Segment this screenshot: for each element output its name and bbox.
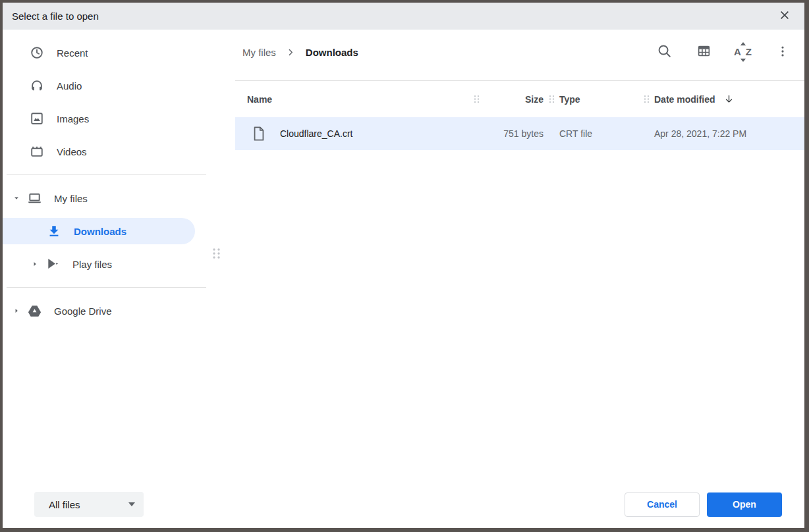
sidebar-divider [7, 174, 206, 175]
breadcrumb: My files Downloads [242, 47, 358, 58]
sidebar-item-audio[interactable]: Audio [3, 69, 235, 102]
sidebar-item-my-files[interactable]: My files [3, 182, 235, 215]
sidebar-item-label: Images [57, 113, 89, 124]
video-icon [29, 144, 45, 159]
sidebar-item-google-drive[interactable]: Google Drive [3, 294, 235, 327]
expand-caret-right-icon[interactable] [12, 306, 21, 315]
sidebar-item-label: My files [54, 193, 88, 204]
play-icon [45, 256, 61, 272]
more-options-button[interactable] [769, 39, 796, 65]
image-icon [29, 111, 45, 126]
sidebar-divider [7, 287, 206, 288]
sort-descending-arrow-icon [723, 93, 735, 105]
sidebar-item-label: Downloads [74, 226, 126, 237]
file-type-value: All files [49, 499, 80, 510]
headphones-icon [29, 78, 45, 93]
sidebar-item-videos[interactable]: Videos [3, 135, 235, 168]
dialog-title: Select a file to open [12, 11, 99, 22]
column-header-type[interactable]: Type [559, 94, 638, 105]
dialog-body: Recent Audio Images Videos [3, 30, 804, 481]
file-date-modified: Apr 28, 2021, 7:22 PM [654, 128, 804, 139]
breadcrumb-downloads[interactable]: Downloads [306, 47, 358, 58]
clock-icon [29, 45, 45, 61]
breadcrumb-my-files[interactable]: My files [242, 47, 276, 58]
file-type: CRT file [559, 128, 638, 139]
sidebar-item-label: Audio [57, 80, 82, 92]
expand-caret-right-icon[interactable] [30, 259, 40, 269]
file-row-cloudflare-ca[interactable]: Cloudflare_CA.crt 751 bytes CRT file Apr… [235, 117, 804, 150]
sidebar: Recent Audio Images Videos [3, 30, 235, 481]
sidebar-item-label: Recent [57, 47, 88, 59]
main-toolbar: My files Downloads [235, 30, 804, 74]
search-button[interactable] [651, 39, 677, 65]
column-resize-handle[interactable] [544, 94, 559, 104]
close-icon [779, 9, 791, 23]
sidebar-item-recent[interactable]: Recent [3, 36, 235, 69]
column-header-date-modified[interactable]: Date modified [654, 94, 715, 105]
sidebar-item-label: Videos [57, 146, 87, 157]
column-header-size[interactable]: Size [484, 94, 544, 105]
grid-view-button[interactable] [690, 39, 717, 65]
sidebar-item-downloads[interactable]: Downloads [3, 218, 195, 244]
expand-caret-down-icon[interactable] [12, 194, 21, 203]
search-icon [657, 43, 672, 61]
file-icon [252, 126, 265, 141]
google-drive-icon [26, 303, 42, 319]
laptop-icon [26, 190, 42, 206]
sort-button[interactable]: A Z [730, 39, 756, 65]
toolbar-actions: A Z [651, 39, 796, 65]
cancel-button[interactable]: Cancel [625, 492, 700, 517]
pane-resize-handle[interactable] [211, 247, 221, 263]
table-header: Name Size Type Date modified [235, 80, 804, 117]
grid-view-icon [696, 43, 711, 61]
file-type-dropdown[interactable]: All files [34, 492, 144, 517]
file-size: 751 bytes [484, 128, 544, 139]
close-button[interactable] [777, 9, 793, 24]
more-options-icon [775, 44, 790, 61]
dropdown-caret-icon [128, 502, 135, 506]
file-picker-dialog: Select a file to open Recent Audio [0, 0, 809, 532]
download-icon [46, 223, 62, 239]
chevron-right-icon [285, 47, 296, 58]
titlebar: Select a file to open [3, 3, 804, 30]
sort-az-icon: A Z [734, 44, 752, 60]
column-resize-handle[interactable] [468, 94, 484, 104]
file-list-panel: My files Downloads [235, 30, 804, 481]
sidebar-item-label: Play files [72, 259, 112, 270]
column-resize-handle[interactable] [638, 94, 654, 104]
sidebar-item-images[interactable]: Images [3, 102, 235, 135]
sidebar-item-label: Google Drive [54, 306, 112, 317]
open-button[interactable]: Open [707, 492, 782, 517]
sidebar-item-play-files[interactable]: Play files [3, 248, 235, 280]
column-header-name[interactable]: Name [247, 94, 468, 105]
file-name: Cloudflare_CA.crt [280, 128, 353, 139]
dialog-footer: All files Cancel Open [3, 481, 804, 528]
